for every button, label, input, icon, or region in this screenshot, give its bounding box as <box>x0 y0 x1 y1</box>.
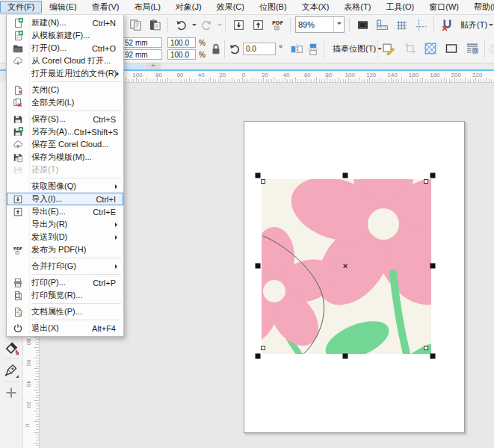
undo-button[interactable] <box>172 16 190 34</box>
doc-props-icon <box>7 307 29 317</box>
toggle-grid-button[interactable] <box>392 16 410 34</box>
menu-object[interactable]: 对象(J) <box>168 1 209 13</box>
menu-help[interactable]: 帮助(H) <box>466 1 494 13</box>
menu-item-label: 导入(I)... <box>31 193 63 205</box>
snap-off-button[interactable] <box>438 16 456 34</box>
selection-handle[interactable] <box>430 173 436 178</box>
snap-to-dropdown[interactable]: 贴齐(T) <box>457 19 494 31</box>
mirror-horizontal-icon[interactable] <box>290 43 303 56</box>
selection-handle[interactable] <box>343 354 348 359</box>
menu-item-label: 还原(T) <box>31 164 58 175</box>
edit-bitmap-icon[interactable] <box>382 42 395 55</box>
scale-y-field[interactable] <box>167 49 196 60</box>
outline-pen-tool-button[interactable] <box>2 361 20 379</box>
copy-button[interactable] <box>126 16 144 34</box>
object-width-field[interactable] <box>122 37 162 48</box>
bitmap-boundary-icon[interactable] <box>424 42 437 55</box>
file-menu-item[interactable]: 导出为(R) <box>7 218 123 231</box>
selection-handle[interactable] <box>343 173 348 178</box>
file-menu-item[interactable]: 发送到(D) <box>7 231 123 243</box>
undo-dropdown-arrow[interactable] <box>192 24 197 28</box>
fill-tool-button[interactable] <box>2 338 20 356</box>
selection-handle[interactable] <box>256 173 261 178</box>
file-menu-item[interactable]: 全部关闭(L) <box>7 96 123 109</box>
menu-edit[interactable]: 编辑(E) <box>42 1 84 13</box>
menu-window[interactable]: 窗口(W) <box>422 1 466 13</box>
file-menu-item[interactable]: 文档属性(P)... <box>7 305 123 318</box>
file-menu-item[interactable]: 从 Corel Cloud 打开... <box>7 55 123 67</box>
zoom-dropdown-arrow[interactable] <box>333 17 344 32</box>
file-menu-item[interactable]: 导入(I)...Ctrl+I <box>7 193 123 205</box>
menu-table[interactable]: 表格(T) <box>336 1 378 13</box>
trace-bitmap-button[interactable]: 描摹位图(T) <box>327 40 387 57</box>
menu-item-label: 文档属性(P)... <box>31 306 82 317</box>
menu-layout[interactable]: 布局(L) <box>126 1 167 13</box>
mirror-vertical-icon[interactable] <box>306 43 320 56</box>
close-all-icon <box>7 98 29 108</box>
save-icon <box>7 114 29 125</box>
file-menu-item[interactable]: 获取图像(Q) <box>7 180 123 193</box>
export-button[interactable] <box>249 16 267 34</box>
crop-bitmap-icon <box>404 42 417 55</box>
object-height-field[interactable] <box>122 49 162 60</box>
corner-node[interactable] <box>261 179 265 184</box>
file-menu-item[interactable]: 打印(P)...Ctrl+P <box>7 276 123 289</box>
file-menu-item[interactable]: 保存至 Corel Cloud... <box>7 138 123 151</box>
file-menu-item[interactable]: 导出(E)...Ctrl+E <box>7 205 123 218</box>
file-menu-item[interactable]: 关闭(C) <box>7 84 123 96</box>
corner-node[interactable] <box>424 346 428 350</box>
hruler-label: 160 <box>409 72 419 78</box>
vruler-label: 0 <box>24 424 31 427</box>
zoom-level-combo[interactable] <box>295 16 345 33</box>
toggle-rulers-button[interactable] <box>373 16 391 34</box>
menu-item-label: 新建(N)... <box>31 17 66 28</box>
menu-item-label: 另存为(A)... <box>31 126 74 137</box>
selection-center-marker[interactable]: × <box>343 261 348 270</box>
zoom-level-input[interactable] <box>296 20 333 29</box>
print-preview-icon <box>7 290 29 301</box>
file-menu-item[interactable]: 另存为(A)...Ctrl+Shift+S <box>7 125 123 138</box>
menu-effects[interactable]: 效果(C) <box>209 1 252 13</box>
scale-x-field[interactable] <box>167 37 196 48</box>
print-icon <box>7 278 29 288</box>
publish-pdf-button[interactable]: PDF <box>268 16 286 34</box>
menu-text[interactable]: 文本(X) <box>294 1 337 13</box>
file-menu-item[interactable]: 从模板新建(F)... <box>7 29 123 42</box>
add-page-button[interactable]: + <box>146 63 161 69</box>
small-flower-center <box>263 280 285 302</box>
corner-node[interactable] <box>261 346 265 350</box>
selection-handle[interactable] <box>256 264 261 269</box>
add-tool-button[interactable] <box>2 384 20 402</box>
lock-ratio-icon[interactable] <box>209 43 223 56</box>
file-menu-item[interactable]: 保存为模版(M)... <box>7 151 123 164</box>
toggle-guidelines-button[interactable] <box>412 16 430 34</box>
menu-file[interactable]: 文件(F) <box>0 1 42 13</box>
selection-handle[interactable] <box>430 264 436 269</box>
file-menu-item[interactable]: 打印预览(R)... <box>7 289 123 302</box>
menu-view[interactable]: 查看(V) <box>84 1 127 13</box>
file-menu-item[interactable]: 打开最近用过的文件(R) <box>7 67 123 80</box>
file-menu-item[interactable]: 保存(S)...Ctrl+S <box>7 113 123 125</box>
menu-tools[interactable]: 工具(O) <box>378 1 422 13</box>
import-button[interactable] <box>229 16 247 34</box>
bounding-box-icon[interactable] <box>445 42 458 55</box>
menu-item-label: 全部关闭(L) <box>31 97 74 108</box>
menu-item-label: 打印(P)... <box>31 277 66 288</box>
fullscreen-preview-button[interactable] <box>353 16 371 34</box>
menu-item-label: 合并打印(G) <box>31 261 76 272</box>
rotation-angle-field[interactable] <box>243 43 276 55</box>
file-menu-item[interactable]: PDF发布为 PDF(H) <box>7 243 123 256</box>
toolbar-separator <box>433 17 434 32</box>
selection-handle[interactable] <box>430 354 436 359</box>
selection-handle[interactable] <box>256 354 261 359</box>
file-menu-item[interactable]: 新建(N)...Ctrl+N <box>7 16 123 29</box>
paste-button[interactable] <box>146 16 164 34</box>
toolbar-separator <box>225 17 226 32</box>
menu-bitmaps[interactable]: 位图(B) <box>252 1 294 13</box>
file-menu-item[interactable]: 合并打印(G) <box>7 260 123 273</box>
file-menu-item[interactable]: 退出(X)Alt+F4 <box>7 322 123 335</box>
menu-item-label: 保存至 Corel Cloud... <box>31 139 108 150</box>
corner-node[interactable] <box>424 179 428 184</box>
file-menu-item[interactable]: 打开(O)...Ctrl+O <box>7 42 123 55</box>
text-wrap-icon[interactable] <box>466 42 479 55</box>
